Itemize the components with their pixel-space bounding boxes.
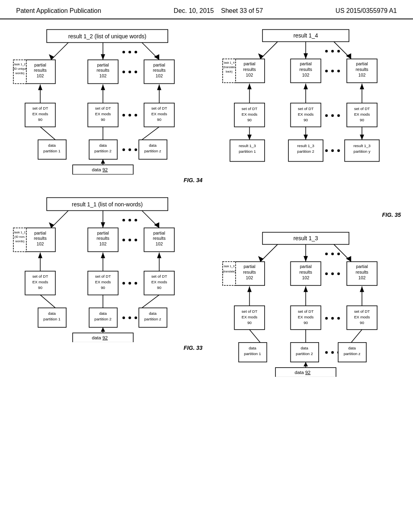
- svg-text:set of DT: set of DT: [151, 274, 167, 278]
- svg-text:results: results: [153, 68, 166, 73]
- svg-text:EX mods: EX mods: [151, 279, 167, 284]
- svg-text:set of DT: set of DT: [354, 106, 370, 111]
- svg-point-81: [135, 219, 137, 221]
- svg-point-187: [331, 114, 334, 117]
- svg-point-221: [337, 252, 340, 255]
- svg-text:EX mods: EX mods: [95, 112, 111, 116]
- svg-marker-177: [360, 83, 364, 89]
- svg-marker-31: [38, 85, 42, 90]
- svg-text:90: 90: [360, 320, 364, 324]
- svg-text:data: data: [348, 346, 356, 350]
- svg-text:partial: partial: [97, 230, 109, 235]
- svg-text:90: 90: [157, 285, 161, 289]
- header-right: US 2015/0355979 A1: [336, 7, 397, 15]
- svg-marker-277: [304, 362, 308, 366]
- page-header: Patent Application Publication Dec. 10, …: [0, 0, 413, 19]
- svg-text:results: results: [96, 236, 109, 241]
- svg-text:results: results: [153, 236, 166, 241]
- svg-text:90: 90: [101, 285, 105, 289]
- svg-text:102: 102: [302, 275, 309, 280]
- svg-text:102: 102: [37, 241, 44, 246]
- svg-point-233: [325, 272, 327, 275]
- svg-text:(ID unique: (ID unique: [13, 67, 27, 71]
- svg-text:partial: partial: [244, 61, 255, 66]
- svg-text:task 1_2: task 1_2: [14, 62, 25, 66]
- svg-marker-173: [247, 83, 252, 89]
- svg-text:90: 90: [101, 117, 105, 122]
- svg-text:partial: partial: [356, 264, 368, 269]
- svg-point-219: [325, 252, 327, 255]
- svg-text:partition y: partition y: [354, 149, 371, 154]
- svg-point-271: [331, 351, 334, 353]
- svg-marker-175: [304, 83, 308, 89]
- svg-text:partial: partial: [97, 62, 109, 67]
- svg-marker-5: [101, 54, 105, 60]
- svg-text:partition 2: partition 2: [297, 149, 314, 154]
- svg-point-45: [129, 114, 131, 116]
- svg-marker-35: [157, 85, 161, 90]
- svg-text:set of DT: set of DT: [242, 309, 257, 313]
- svg-point-46: [135, 114, 137, 116]
- svg-text:EX mods: EX mods: [298, 314, 313, 319]
- svg-text:data: data: [99, 311, 107, 316]
- fig33-label: FIG. 33: [12, 345, 202, 351]
- svg-text:set of DT: set of DT: [242, 106, 257, 111]
- svg-line-53: [142, 127, 159, 140]
- svg-text:data: data: [99, 143, 107, 148]
- svg-text:(translate: (translate: [223, 66, 235, 69]
- svg-text:90: 90: [157, 117, 161, 122]
- right-column: result 1_4 partial results 102 task 1_4: [211, 27, 401, 515]
- svg-text:EX mods: EX mods: [242, 314, 257, 319]
- svg-text:102: 102: [99, 73, 106, 78]
- svg-point-23: [123, 71, 125, 73]
- svg-text:data: data: [48, 311, 56, 316]
- svg-text:partial: partial: [300, 264, 311, 269]
- fig35-diagram: result 1_4 partial results 102 task 1_4: [211, 27, 401, 218]
- svg-text:EX mods: EX mods: [298, 112, 313, 116]
- svg-text:92: 92: [102, 335, 108, 340]
- svg-text:102: 102: [246, 275, 253, 280]
- svg-text:102: 102: [359, 275, 366, 280]
- svg-point-188: [337, 114, 340, 117]
- svg-text:90: 90: [38, 117, 42, 122]
- svg-text:partition z: partition z: [144, 317, 161, 321]
- svg-text:set of DT: set of DT: [354, 309, 370, 313]
- svg-text:result 1_3: result 1_3: [293, 235, 318, 241]
- svg-text:partition 2: partition 2: [296, 351, 313, 356]
- svg-text:set of DT: set of DT: [32, 106, 48, 110]
- svg-marker-67: [101, 159, 105, 164]
- svg-marker-198: [360, 135, 364, 140]
- svg-line-124: [142, 295, 159, 308]
- svg-text:results: results: [96, 68, 109, 73]
- svg-text:results: results: [299, 270, 312, 274]
- main-content: result 1_2 (list of unique words) partia…: [0, 19, 413, 523]
- svg-point-207: [337, 149, 340, 152]
- svg-text:102: 102: [156, 73, 163, 78]
- svg-marker-194: [247, 135, 252, 140]
- svg-point-255: [331, 317, 334, 319]
- svg-text:partition z: partition z: [344, 351, 361, 356]
- svg-point-79: [123, 219, 125, 221]
- svg-text:task 1_1: task 1_1: [14, 231, 25, 234]
- svg-text:set of DT: set of DT: [151, 106, 167, 110]
- svg-text:task 1_3: task 1_3: [224, 265, 234, 268]
- svg-text:102: 102: [246, 73, 253, 77]
- svg-marker-3: [49, 54, 54, 60]
- svg-text:partition 1: partition 1: [44, 317, 60, 321]
- svg-text:90: 90: [247, 118, 252, 122]
- left-column: result 1_2 (list of unique words) partia…: [12, 27, 202, 515]
- svg-text:result 1_3: result 1_3: [297, 143, 314, 148]
- svg-text:92: 92: [102, 167, 108, 172]
- svg-point-254: [325, 317, 327, 319]
- svg-line-261: [250, 329, 261, 342]
- svg-text:partial: partial: [153, 230, 165, 235]
- svg-text:(ID non-: (ID non-: [15, 235, 26, 239]
- svg-marker-243: [304, 286, 308, 292]
- svg-point-115: [123, 282, 125, 284]
- svg-marker-245: [360, 286, 364, 292]
- header-center: Dec. 10, 2015 Sheet 33 of 57: [174, 7, 263, 15]
- svg-text:back): back): [226, 70, 233, 73]
- svg-text:set of DT: set of DT: [32, 274, 48, 278]
- svg-point-151: [331, 50, 334, 52]
- svg-text:partition 1: partition 1: [44, 149, 60, 153]
